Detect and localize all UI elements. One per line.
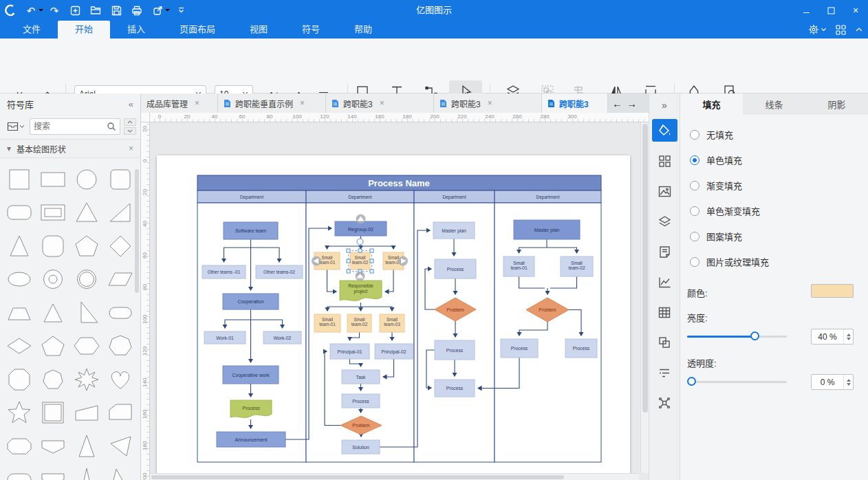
- flow-node-principal-02[interactable]: Principal-02: [375, 344, 413, 359]
- close-button[interactable]: ×: [843, 0, 868, 21]
- shape-diamond[interactable]: [105, 232, 135, 261]
- tab-close-icon[interactable]: ×: [300, 98, 305, 108]
- collapse-sidebar-icon[interactable]: «: [129, 99, 133, 109]
- shape-down-banner[interactable]: [38, 465, 68, 480]
- flow-node-work-01[interactable]: Work-01: [204, 331, 246, 344]
- clipart-panel-icon[interactable]: [649, 327, 680, 358]
- shape-isosceles-triangle[interactable]: [4, 232, 34, 261]
- new-file-button[interactable]: [65, 0, 85, 21]
- shape-circle[interactable]: [72, 165, 102, 194]
- flow-node-process-4a[interactable]: Process: [501, 339, 538, 358]
- lane-header-1[interactable]: Department: [240, 195, 263, 200]
- tab-line[interactable]: 线条: [743, 94, 805, 115]
- flow-node-small-team-4-2[interactable]: Smallteam-02: [561, 257, 593, 276]
- flow-node-small-team-r2-1[interactable]: Smallteam-01: [314, 314, 340, 332]
- tab-close-icon[interactable]: ×: [488, 98, 492, 108]
- option-no-fill[interactable]: 无填充: [690, 128, 733, 141]
- radio-icon[interactable]: [690, 181, 699, 190]
- open-file-button[interactable]: [85, 0, 106, 21]
- shape-rounded-square[interactable]: [105, 165, 135, 194]
- doc-tab-4[interactable]: 跨职能3×: [434, 94, 542, 113]
- shape-narrow-triangle[interactable]: [72, 432, 102, 461]
- shape-quad[interactable]: [72, 398, 102, 427]
- shape-ring[interactable]: [72, 265, 102, 294]
- shape-heart[interactable]: [105, 365, 135, 394]
- shape-star-8[interactable]: [72, 365, 102, 394]
- menu-tab-symbols[interactable]: 符号: [285, 21, 337, 39]
- flow-node-announcement[interactable]: Announcement: [217, 432, 285, 447]
- shape-septagon[interactable]: [38, 365, 68, 394]
- flow-node-small-team-r2-2[interactable]: Smallteam-02: [347, 314, 371, 332]
- flow-node-small-team-4-1[interactable]: Smallteam-01: [503, 257, 534, 276]
- radio-icon[interactable]: [690, 257, 699, 267]
- notes-panel-icon[interactable]: [649, 237, 680, 267]
- radio-icon[interactable]: [690, 130, 699, 140]
- shape-flat-pill[interactable]: [4, 465, 34, 480]
- flow-node-other-teams-02[interactable]: Other teams-02: [256, 265, 303, 279]
- flow-node-solution[interactable]: Solution: [342, 440, 380, 454]
- relationship-panel-icon[interactable]: [649, 388, 680, 418]
- shape-octagon[interactable]: [4, 365, 34, 394]
- document-page[interactable]: Process Name Department Department Depar…: [157, 155, 630, 480]
- doc-tab-5-active[interactable]: 跨职能3: [542, 94, 608, 113]
- shape-pentagon-2[interactable]: [38, 331, 68, 360]
- shape-hexagon[interactable]: [72, 331, 102, 360]
- opacity-value-box[interactable]: 0 %: [811, 374, 854, 390]
- flow-node-principal-01[interactable]: Principal-01: [330, 344, 369, 359]
- shape-star-5[interactable]: [4, 398, 34, 427]
- tab-scroll-right-icon[interactable]: →: [627, 98, 637, 109]
- menu-tab-view[interactable]: 视图: [232, 21, 285, 39]
- shape-long-octagon[interactable]: [4, 432, 34, 461]
- menu-tab-page-layout[interactable]: 页面布局: [162, 21, 232, 39]
- lane-header-3[interactable]: Department: [443, 195, 466, 200]
- shape-pentagon[interactable]: [72, 232, 102, 261]
- components-icon[interactable]: [649, 146, 680, 176]
- section-close-icon[interactable]: ×: [129, 144, 133, 153]
- shape-square[interactable]: [4, 165, 34, 194]
- flow-node-task[interactable]: Task: [342, 370, 380, 384]
- flow-node-cooperation[interactable]: Cooperation: [223, 294, 279, 309]
- radio-icon[interactable]: [690, 232, 699, 241]
- flow-node-small-team-r1-2-selected[interactable]: Smallteam-02: [350, 252, 370, 270]
- option-gradient-fill[interactable]: 渐变填充: [690, 179, 742, 192]
- brightness-slider-thumb[interactable]: [750, 331, 759, 340]
- shape-section-header[interactable]: ▾ 基本绘图形状 ×: [0, 139, 140, 158]
- flow-node-responsible-project[interactable]: Responsibleproject: [340, 281, 382, 301]
- shape-framed-rectangle[interactable]: [38, 198, 68, 227]
- maximize-button[interactable]: [818, 0, 843, 21]
- tab-close-icon[interactable]: ×: [195, 98, 199, 108]
- symbol-search-input[interactable]: [34, 122, 107, 131]
- canvas-horizontal-scrollbar[interactable]: [150, 473, 639, 480]
- option-single-gradient-fill[interactable]: 单色渐变填充: [690, 204, 760, 217]
- option-solid-fill[interactable]: 单色填充: [690, 153, 742, 166]
- shape-donut[interactable]: [38, 265, 68, 294]
- shape-wide-diamond[interactable]: [4, 331, 34, 360]
- opacity-spinner[interactable]: [843, 375, 853, 389]
- layers-panel-icon[interactable]: [649, 206, 680, 237]
- fill-tool-active[interactable]: [652, 119, 677, 142]
- option-texture-fill[interactable]: 图片或纹理填充: [690, 255, 769, 268]
- doc-tab-2[interactable]: 跨职能垂直示例×: [218, 94, 326, 113]
- flow-node-small-team-r2-3[interactable]: Smallteam-03: [380, 314, 404, 332]
- fill-color-swatch[interactable]: [811, 284, 854, 298]
- settings-gear-icon[interactable]: [808, 24, 826, 35]
- sidebar-scrollbar[interactable]: [135, 169, 139, 293]
- option-pattern-fill[interactable]: 图案填充: [690, 230, 742, 243]
- tab-close-icon[interactable]: ×: [380, 98, 384, 108]
- save-button[interactable]: [106, 0, 127, 21]
- shape-trapezoid[interactable]: [4, 298, 34, 327]
- brightness-slider[interactable]: [687, 331, 787, 341]
- flow-node-process-3b[interactable]: Process: [435, 340, 475, 360]
- shape-pill[interactable]: [105, 298, 135, 327]
- flow-node-process-doc[interactable]: Process: [230, 400, 272, 417]
- shape-tall-triangle[interactable]: [38, 298, 68, 327]
- vertical-scroll-thumb[interactable]: [642, 124, 648, 413]
- table-panel-icon[interactable]: [649, 297, 680, 327]
- tab-fill[interactable]: 填充: [680, 94, 743, 115]
- search-icon[interactable]: [107, 122, 116, 131]
- shape-ellipse[interactable]: [4, 265, 34, 294]
- flow-node-process-3a[interactable]: Process: [435, 259, 476, 279]
- undo-caret[interactable]: [37, 9, 44, 12]
- flow-node-cooperative-work[interactable]: Cooperative work: [223, 366, 279, 384]
- lane-header-2[interactable]: Department: [349, 195, 372, 200]
